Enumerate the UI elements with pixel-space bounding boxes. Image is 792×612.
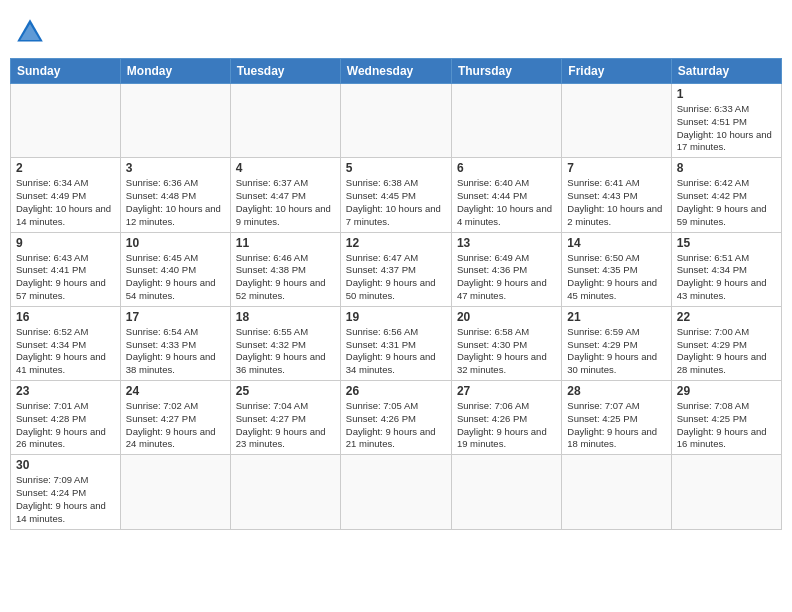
day-info: Sunrise: 7:09 AM Sunset: 4:24 PM Dayligh… (16, 474, 115, 525)
week-row: 23Sunrise: 7:01 AM Sunset: 4:28 PM Dayli… (11, 381, 782, 455)
day-info: Sunrise: 6:38 AM Sunset: 4:45 PM Dayligh… (346, 177, 446, 228)
calendar-cell: 10Sunrise: 6:45 AM Sunset: 4:40 PM Dayli… (120, 232, 230, 306)
day-info: Sunrise: 6:37 AM Sunset: 4:47 PM Dayligh… (236, 177, 335, 228)
logo-icon (14, 16, 46, 48)
day-number: 15 (677, 236, 776, 250)
day-info: Sunrise: 7:08 AM Sunset: 4:25 PM Dayligh… (677, 400, 776, 451)
calendar-cell: 17Sunrise: 6:54 AM Sunset: 4:33 PM Dayli… (120, 306, 230, 380)
calendar-cell (120, 455, 230, 529)
day-info: Sunrise: 6:41 AM Sunset: 4:43 PM Dayligh… (567, 177, 665, 228)
day-info: Sunrise: 6:50 AM Sunset: 4:35 PM Dayligh… (567, 252, 665, 303)
day-info: Sunrise: 6:52 AM Sunset: 4:34 PM Dayligh… (16, 326, 115, 377)
day-info: Sunrise: 6:34 AM Sunset: 4:49 PM Dayligh… (16, 177, 115, 228)
day-number: 5 (346, 161, 446, 175)
logo (14, 16, 50, 48)
calendar-cell: 14Sunrise: 6:50 AM Sunset: 4:35 PM Dayli… (562, 232, 671, 306)
calendar-cell: 21Sunrise: 6:59 AM Sunset: 4:29 PM Dayli… (562, 306, 671, 380)
calendar-cell (340, 455, 451, 529)
calendar-cell: 2Sunrise: 6:34 AM Sunset: 4:49 PM Daylig… (11, 158, 121, 232)
day-info: Sunrise: 6:40 AM Sunset: 4:44 PM Dayligh… (457, 177, 556, 228)
day-info: Sunrise: 7:01 AM Sunset: 4:28 PM Dayligh… (16, 400, 115, 451)
day-info: Sunrise: 7:07 AM Sunset: 4:25 PM Dayligh… (567, 400, 665, 451)
calendar-cell (11, 84, 121, 158)
day-info: Sunrise: 6:42 AM Sunset: 4:42 PM Dayligh… (677, 177, 776, 228)
day-info: Sunrise: 6:59 AM Sunset: 4:29 PM Dayligh… (567, 326, 665, 377)
day-info: Sunrise: 7:00 AM Sunset: 4:29 PM Dayligh… (677, 326, 776, 377)
weekday-header: Friday (562, 59, 671, 84)
calendar-cell: 7Sunrise: 6:41 AM Sunset: 4:43 PM Daylig… (562, 158, 671, 232)
day-number: 10 (126, 236, 225, 250)
calendar-cell (340, 84, 451, 158)
day-info: Sunrise: 6:54 AM Sunset: 4:33 PM Dayligh… (126, 326, 225, 377)
calendar-cell (451, 84, 561, 158)
day-number: 2 (16, 161, 115, 175)
week-row: 2Sunrise: 6:34 AM Sunset: 4:49 PM Daylig… (11, 158, 782, 232)
day-number: 3 (126, 161, 225, 175)
day-info: Sunrise: 6:45 AM Sunset: 4:40 PM Dayligh… (126, 252, 225, 303)
day-number: 23 (16, 384, 115, 398)
calendar-cell (230, 84, 340, 158)
calendar-cell: 15Sunrise: 6:51 AM Sunset: 4:34 PM Dayli… (671, 232, 781, 306)
day-info: Sunrise: 6:58 AM Sunset: 4:30 PM Dayligh… (457, 326, 556, 377)
calendar-cell: 8Sunrise: 6:42 AM Sunset: 4:42 PM Daylig… (671, 158, 781, 232)
week-row: 16Sunrise: 6:52 AM Sunset: 4:34 PM Dayli… (11, 306, 782, 380)
day-number: 11 (236, 236, 335, 250)
day-info: Sunrise: 6:46 AM Sunset: 4:38 PM Dayligh… (236, 252, 335, 303)
calendar-cell: 28Sunrise: 7:07 AM Sunset: 4:25 PM Dayli… (562, 381, 671, 455)
calendar-cell (120, 84, 230, 158)
day-info: Sunrise: 6:43 AM Sunset: 4:41 PM Dayligh… (16, 252, 115, 303)
calendar-table: SundayMondayTuesdayWednesdayThursdayFrid… (10, 58, 782, 530)
calendar-cell: 22Sunrise: 7:00 AM Sunset: 4:29 PM Dayli… (671, 306, 781, 380)
calendar-cell (230, 455, 340, 529)
day-number: 24 (126, 384, 225, 398)
day-number: 27 (457, 384, 556, 398)
weekday-header: Monday (120, 59, 230, 84)
day-number: 20 (457, 310, 556, 324)
day-number: 9 (16, 236, 115, 250)
day-info: Sunrise: 6:56 AM Sunset: 4:31 PM Dayligh… (346, 326, 446, 377)
day-info: Sunrise: 6:49 AM Sunset: 4:36 PM Dayligh… (457, 252, 556, 303)
day-number: 25 (236, 384, 335, 398)
weekday-header: Thursday (451, 59, 561, 84)
calendar-cell: 19Sunrise: 6:56 AM Sunset: 4:31 PM Dayli… (340, 306, 451, 380)
day-number: 6 (457, 161, 556, 175)
day-info: Sunrise: 7:02 AM Sunset: 4:27 PM Dayligh… (126, 400, 225, 451)
calendar-cell: 12Sunrise: 6:47 AM Sunset: 4:37 PM Dayli… (340, 232, 451, 306)
day-number: 30 (16, 458, 115, 472)
day-info: Sunrise: 7:05 AM Sunset: 4:26 PM Dayligh… (346, 400, 446, 451)
calendar-cell: 4Sunrise: 6:37 AM Sunset: 4:47 PM Daylig… (230, 158, 340, 232)
day-number: 18 (236, 310, 335, 324)
calendar-cell (451, 455, 561, 529)
calendar-cell: 6Sunrise: 6:40 AM Sunset: 4:44 PM Daylig… (451, 158, 561, 232)
calendar-cell: 24Sunrise: 7:02 AM Sunset: 4:27 PM Dayli… (120, 381, 230, 455)
day-info: Sunrise: 7:06 AM Sunset: 4:26 PM Dayligh… (457, 400, 556, 451)
calendar-cell: 29Sunrise: 7:08 AM Sunset: 4:25 PM Dayli… (671, 381, 781, 455)
day-info: Sunrise: 6:55 AM Sunset: 4:32 PM Dayligh… (236, 326, 335, 377)
calendar-cell: 9Sunrise: 6:43 AM Sunset: 4:41 PM Daylig… (11, 232, 121, 306)
day-number: 22 (677, 310, 776, 324)
week-row: 1Sunrise: 6:33 AM Sunset: 4:51 PM Daylig… (11, 84, 782, 158)
calendar-cell (562, 455, 671, 529)
day-info: Sunrise: 7:04 AM Sunset: 4:27 PM Dayligh… (236, 400, 335, 451)
day-number: 26 (346, 384, 446, 398)
calendar-cell: 23Sunrise: 7:01 AM Sunset: 4:28 PM Dayli… (11, 381, 121, 455)
day-number: 13 (457, 236, 556, 250)
calendar-cell: 30Sunrise: 7:09 AM Sunset: 4:24 PM Dayli… (11, 455, 121, 529)
weekday-header: Wednesday (340, 59, 451, 84)
day-number: 8 (677, 161, 776, 175)
calendar-cell: 25Sunrise: 7:04 AM Sunset: 4:27 PM Dayli… (230, 381, 340, 455)
day-info: Sunrise: 6:33 AM Sunset: 4:51 PM Dayligh… (677, 103, 776, 154)
day-number: 21 (567, 310, 665, 324)
day-number: 14 (567, 236, 665, 250)
day-number: 16 (16, 310, 115, 324)
day-number: 19 (346, 310, 446, 324)
day-number: 29 (677, 384, 776, 398)
week-row: 30Sunrise: 7:09 AM Sunset: 4:24 PM Dayli… (11, 455, 782, 529)
day-info: Sunrise: 6:51 AM Sunset: 4:34 PM Dayligh… (677, 252, 776, 303)
day-number: 4 (236, 161, 335, 175)
calendar-cell: 1Sunrise: 6:33 AM Sunset: 4:51 PM Daylig… (671, 84, 781, 158)
calendar-cell: 11Sunrise: 6:46 AM Sunset: 4:38 PM Dayli… (230, 232, 340, 306)
weekday-header: Tuesday (230, 59, 340, 84)
day-info: Sunrise: 6:36 AM Sunset: 4:48 PM Dayligh… (126, 177, 225, 228)
weekday-header-row: SundayMondayTuesdayWednesdayThursdayFrid… (11, 59, 782, 84)
